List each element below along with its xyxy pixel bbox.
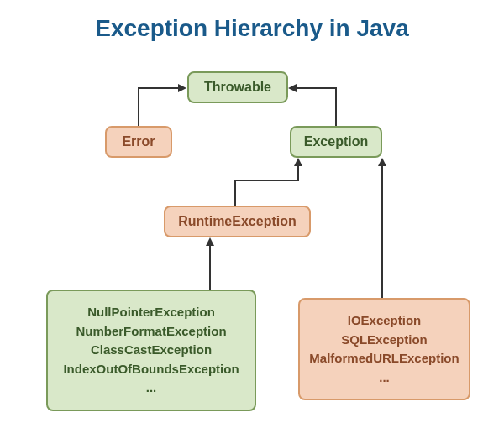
- node-error: Error: [105, 126, 172, 158]
- node-runtime-exception-list: NullPointerException NumberFormatExcepti…: [46, 290, 256, 411]
- node-throwable: Throwable: [187, 71, 288, 103]
- list-item: NullPointerException: [87, 303, 215, 322]
- node-checked-exception-list: IOException SQLException MalformedURLExc…: [298, 298, 470, 400]
- list-item: ...: [379, 368, 390, 388]
- list-item: MalformedURLException: [309, 349, 459, 368]
- list-item: ...: [146, 378, 157, 398]
- node-runtime-exception: RuntimeException: [164, 206, 311, 237]
- list-item: ClassCastException: [91, 341, 212, 360]
- node-exception: Exception: [290, 126, 382, 158]
- list-item: NumberFormatException: [76, 322, 226, 342]
- list-item: IOException: [348, 311, 422, 331]
- diagram-canvas: Throwable Error Exception RuntimeExcepti…: [0, 0, 504, 428]
- list-item: SQLException: [341, 331, 428, 350]
- list-item: IndexOutOfBoundsException: [63, 360, 239, 379]
